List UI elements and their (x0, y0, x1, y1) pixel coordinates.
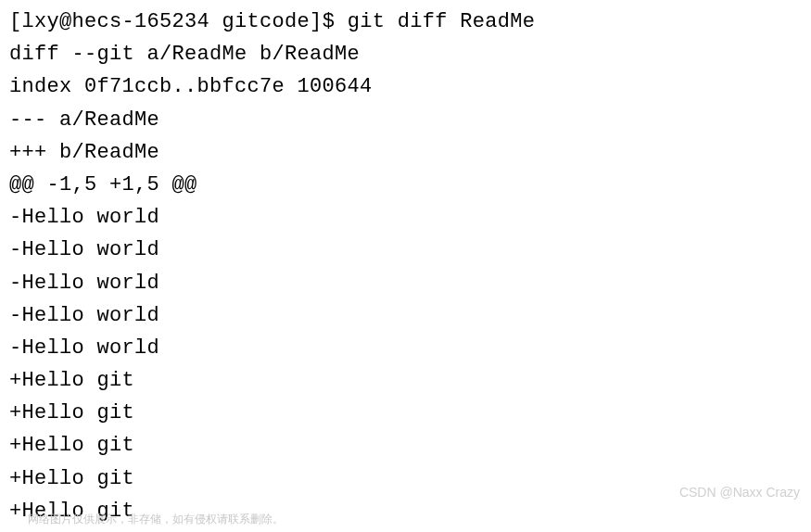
watermark-bottom: 网络图片仅供展示，非存储，如有侵权请联系删除。 (28, 511, 284, 528)
diff-removed-line: -Hello world (9, 234, 802, 266)
prompt-at: @ (59, 10, 72, 33)
prompt-host: hecs-165234 (72, 10, 210, 33)
diff-added-line: +Hello git (9, 364, 802, 397)
prompt-user: lxy (22, 10, 60, 33)
diff-removed-line: -Hello world (9, 201, 802, 234)
diff-hunk-line: @@ -1,5 +1,5 @@ (9, 169, 802, 201)
diff-added-line: +Hello git (9, 397, 802, 429)
diff-index-line: index 0f71ccb..bbfcc7e 100644 (9, 70, 802, 103)
prompt-symbol: $ (323, 10, 336, 33)
diff-from-file-line: --- a/ReadMe (9, 104, 802, 136)
diff-to-file-line: +++ b/ReadMe (9, 136, 802, 169)
watermark-right: CSDN @Naxx Crazy (679, 482, 800, 502)
prompt-close-bracket: ] (310, 10, 323, 33)
diff-added-line: +Hello git (9, 429, 802, 462)
prompt-space2 (335, 10, 348, 33)
prompt-open-bracket: [ (9, 10, 22, 33)
diff-removed-line: -Hello world (9, 299, 802, 332)
prompt-space (209, 10, 222, 33)
diff-removed-line: -Hello world (9, 267, 802, 299)
diff-header-line: diff --git a/ReadMe b/ReadMe (9, 38, 802, 70)
prompt-line[interactable]: [lxy@hecs-165234 gitcode]$ git diff Read… (9, 6, 802, 38)
prompt-cwd: gitcode (222, 10, 310, 33)
diff-removed-line: -Hello world (9, 332, 802, 364)
command-text: git diff ReadMe (348, 10, 536, 33)
